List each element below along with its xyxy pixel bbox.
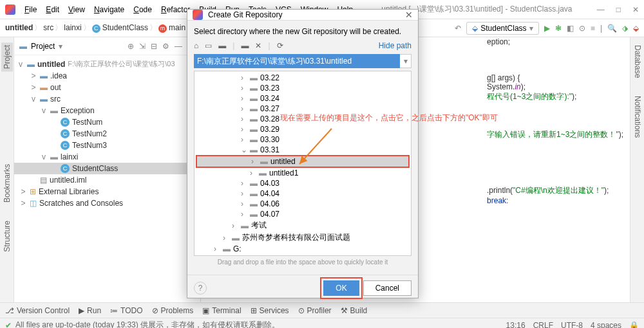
new-folder-icon[interactable]: ▬ [241,41,249,50]
expand-arrow-icon[interactable]: v [40,152,48,161]
directory-node[interactable]: ›▬03.27 [196,104,410,114]
path-input[interactable] [194,54,400,68]
more-icon[interactable]: ⬙ [633,24,639,33]
settings-icon[interactable]: ⬗ [622,24,628,33]
directory-node[interactable]: ›▬04.06 [196,199,410,209]
tree-node[interactable]: v▬src [14,93,200,105]
tree-node[interactable]: v▬lainxi [14,151,200,163]
back-icon[interactable]: ↶ [455,24,461,33]
indent-info[interactable]: 4 spaces [591,321,621,329]
tree-node[interactable]: v▬Exception [14,105,200,116]
tool-terminal[interactable]: ▣Terminal [202,306,241,315]
tree-node[interactable]: CTestNum2 [14,128,200,140]
directory-node[interactable]: ›▬苏州奇梦者科技有限公司面试题 [196,232,410,244]
tab-notifications[interactable]: Notifications [632,93,643,140]
tree-node[interactable]: CStudentClass [14,163,200,174]
search-icon[interactable]: 🔍 [607,24,617,33]
minimize-icon[interactable]: — [597,5,605,14]
directory-node[interactable]: ›▬04.04 [196,188,410,199]
expand-arrow-icon[interactable]: › [250,169,256,178]
ok-button[interactable]: OK [323,280,359,296]
collapse-icon[interactable]: ⊟ [151,42,157,51]
hide-icon[interactable]: — [175,42,182,51]
expand-arrow-icon[interactable]: › [241,104,247,113]
directory-node[interactable]: ›▬03.29 [196,124,410,134]
menu-navigate[interactable]: Navigate [90,3,128,16]
directory-node[interactable]: ›▬04.07 [196,209,410,219]
menu-view[interactable]: View [64,3,89,16]
expand-arrow-icon[interactable]: › [241,114,247,123]
expand-arrow-icon[interactable]: › [232,221,238,230]
profile-icon[interactable]: ⊙ [579,24,585,33]
tab-structure[interactable]: Structure [1,218,13,255]
directory-node[interactable]: ›▬untitled [196,155,410,168]
cancel-button[interactable]: Cancel [363,280,412,296]
tab-bookmarks[interactable]: Bookmarks [1,161,13,205]
expand-arrow-icon[interactable]: > [30,71,37,80]
tree-node[interactable]: >▬out [14,82,200,93]
hide-path-link[interactable]: Hide path [379,41,412,50]
coverage-icon[interactable]: ◧ [567,24,574,33]
project-tree[interactable]: v ▬ untitled F:\南京正厚软件公司\课堂\练习\03 >▬.ide… [14,55,200,302]
expand-arrow-icon[interactable]: › [241,210,247,219]
expand-arrow-icon[interactable]: › [241,135,247,144]
cursor-position[interactable]: 13:16 [506,321,526,329]
refresh-icon[interactable]: ⟳ [277,41,283,50]
project-root[interactable]: v ▬ untitled F:\南京正厚软件公司\课堂\练习\03 [14,58,200,70]
line-separator[interactable]: CRLF [533,321,553,329]
expand-arrow-icon[interactable]: › [223,233,229,242]
expand-arrow-icon[interactable]: › [241,125,247,134]
expand-arrow-icon[interactable]: › [241,179,247,188]
directory-node[interactable]: ›▬04.03 [196,178,410,188]
delete-icon[interactable]: ✕ [255,41,261,50]
directory-node[interactable]: ⌄▬03.31 [196,145,410,155]
breadcrumb-item[interactable]: src [43,23,53,32]
tree-node[interactable]: ▤untitled.iml [14,174,200,186]
tab-database[interactable]: Database [632,42,643,80]
project-icon[interactable]: ▬ [218,41,226,50]
tool-problems[interactable]: ⊘Problems [152,306,194,315]
expand-arrow-icon[interactable]: ⌄ [241,145,247,154]
expand-icon[interactable]: ⇲ [139,42,146,51]
close-icon[interactable]: ✕ [405,10,413,20]
directory-node[interactable]: ›▬03.24 [196,93,410,104]
expand-arrow-icon[interactable]: › [241,94,247,103]
home-icon[interactable]: ⌂ [194,41,198,50]
directory-node[interactable]: ›▬untitled1 [196,168,410,178]
help-icon[interactable]: ? [194,282,207,295]
expand-arrow-icon[interactable]: v [30,95,37,104]
tree-node[interactable]: >◫Scratches and Consoles [14,197,200,209]
expand-arrow-icon[interactable]: › [241,199,247,208]
expand-arrow-icon[interactable]: v [40,106,48,115]
tool-run[interactable]: ▶Run [79,306,101,315]
tool-services[interactable]: ⊞Services [251,306,289,315]
directory-tree[interactable]: ›▬03.22›▬03.23›▬03.24›▬03.27›▬03.28›▬03.… [194,71,412,256]
breadcrumb-item[interactable]: untitled [5,23,33,32]
tree-node[interactable]: CTestNum3 [14,140,200,151]
expand-arrow-icon[interactable]: › [241,189,247,198]
tree-node[interactable]: CTestNum [14,116,200,128]
stop-icon[interactable]: ■ [591,24,595,33]
select-opened-icon[interactable]: ⊕ [128,42,134,51]
directory-node[interactable]: ›▬03.30 [196,134,410,145]
run-icon[interactable]: ▶ [544,24,550,33]
breadcrumb-item[interactable]: CStudentClass [92,23,148,32]
breadcrumb-item[interactable]: mmain [158,23,185,32]
expand-arrow-icon[interactable]: › [214,244,220,253]
tool-todo[interactable]: ≔TODO [110,306,142,315]
directory-node[interactable]: ›▬03.28 [196,114,410,124]
expand-arrow-icon[interactable]: > [19,199,27,208]
directory-node[interactable]: ›▬03.22 [196,73,410,83]
desktop-icon[interactable]: ▭ [205,41,212,50]
expand-arrow-icon[interactable]: > [30,83,37,92]
menu-code[interactable]: Code [129,3,156,16]
tool-profiler[interactable]: ⊙Profiler [298,306,332,315]
expand-arrow-icon[interactable]: › [241,84,247,93]
tree-node[interactable]: >⊞External Libraries [14,186,200,197]
expand-arrow-icon[interactable]: › [251,157,258,166]
expand-arrow-icon[interactable]: > [19,187,27,196]
run-config-dropdown[interactable]: ⬙ StudentClass ▾ [466,22,538,35]
maximize-icon[interactable]: □ [616,5,621,14]
directory-node[interactable]: ›▬G: [196,244,410,254]
breadcrumb-item[interactable]: lainxi [64,23,81,32]
